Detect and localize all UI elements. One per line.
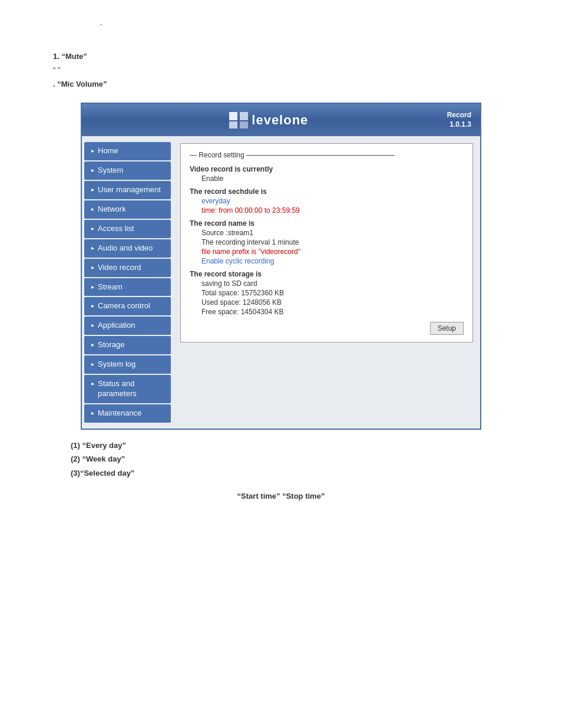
sidebar-item-2[interactable]: ▸User management	[84, 181, 171, 199]
record-source: Source :stream1	[190, 229, 464, 237]
sidebar-label-3: Network	[98, 205, 126, 215]
storage-used: Used space: 1248056 KB	[190, 298, 464, 307]
schedule-time: time: from 00:00:00 to 23:59:59	[190, 206, 464, 215]
logo-icon	[229, 112, 248, 129]
sidebar-arrow-8: ▸	[91, 302, 94, 309]
sidebar-label-13: Maintenance	[98, 409, 141, 419]
sidebar-item-11[interactable]: ▸System log	[84, 355, 171, 374]
sidebar-arrow-11: ▸	[91, 361, 94, 367]
mic-vol-label: . “Mic Volume”	[53, 77, 538, 91]
sidebar-arrow-12: ▸	[91, 380, 94, 387]
sidebar-arrow-7: ▸	[91, 284, 94, 290]
bottom-text-block: (1) “Every day” (2) “Week day” (3)“Selec…	[71, 439, 538, 480]
sidebar-arrow-5: ▸	[91, 245, 94, 251]
setup-btn-row: Setup	[190, 322, 464, 335]
svg-rect-3	[240, 121, 248, 129]
sidebar-label-1: System	[98, 166, 123, 176]
sidebar-label-6: Video record	[98, 263, 141, 273]
mute-sub: “ ”	[53, 63, 538, 77]
record-setting-title: — Record setting —————————————————————	[190, 151, 464, 159]
sidebar-arrow-13: ▸	[91, 410, 94, 416]
record-interval: The recording interval 1 minute	[190, 238, 464, 246]
header-version: Record 1.0.1.3	[447, 111, 471, 129]
sidebar-item-3[interactable]: ▸Network	[84, 200, 171, 219]
record-setting-box: — Record setting ————————————————————— V…	[180, 143, 473, 342]
sidebar-item-8[interactable]: ▸Camera control	[84, 297, 171, 315]
main-panel: levelone Record 1.0.1.3 ▸Home▸System▸Use…	[81, 103, 481, 430]
sidebar-item-1[interactable]: ▸System	[84, 162, 171, 180]
storage-total: Total space: 15752360 KB	[190, 289, 464, 297]
bottom-line3: (3)“Selected day”	[71, 466, 538, 480]
sidebar-arrow-10: ▸	[91, 341, 94, 348]
sidebar-item-4[interactable]: ▸Access list	[84, 220, 171, 238]
schedule-label: The record sechdule is	[190, 187, 464, 196]
sidebar-item-0[interactable]: ▸Home	[84, 142, 171, 160]
record-cyclic: Enable cyclic recording	[190, 257, 464, 265]
sidebar: ▸Home▸System▸User management▸Network▸Acc…	[82, 136, 173, 428]
bottom-time-text: “Start time” “Stop time”	[24, 492, 538, 500]
storage-label: The record storage is	[190, 270, 464, 278]
sidebar-label-9: Application	[98, 321, 135, 331]
sidebar-item-12[interactable]: ▸Status and parameters	[84, 375, 171, 403]
bottom-line1: (1) “Every day”	[71, 439, 538, 452]
sidebar-label-7: Stream	[98, 282, 123, 292]
record-name-label: The record name is	[190, 219, 464, 228]
sidebar-label-11: System log	[98, 360, 135, 370]
ui-body: ▸Home▸System▸User management▸Network▸Acc…	[82, 136, 480, 428]
sidebar-item-10[interactable]: ▸Storage	[84, 336, 171, 354]
sidebar-label-5: Audio and video	[98, 243, 153, 253]
sidebar-arrow-2: ▸	[91, 186, 94, 193]
tick-char: `	[29, 24, 538, 32]
sidebar-label-12: Status and parameters	[98, 379, 165, 399]
svg-rect-1	[240, 112, 248, 120]
svg-rect-0	[229, 112, 237, 120]
sidebar-item-5[interactable]: ▸Audio and video	[84, 239, 171, 258]
sidebar-item-9[interactable]: ▸Application	[84, 317, 171, 335]
logo-area: levelone	[91, 112, 447, 129]
sidebar-arrow-4: ▸	[91, 225, 94, 232]
sidebar-arrow-0: ▸	[91, 147, 94, 154]
record-prefix: file name prefix is "videorecord"	[190, 248, 464, 256]
sidebar-label-2: User management	[98, 185, 161, 195]
sidebar-label-4: Access list	[98, 224, 134, 234]
mute-label: 1. “Mute”	[53, 50, 538, 63]
storage-free: Free space: 14504304 KB	[190, 308, 464, 316]
sidebar-arrow-9: ▸	[91, 322, 94, 328]
sidebar-arrow-3: ▸	[91, 206, 94, 212]
storage-location: saving to SD card	[190, 279, 464, 288]
content-area: — Record setting ————————————————————— V…	[173, 136, 480, 428]
video-record-value: Enable	[190, 174, 464, 183]
sidebar-item-13[interactable]: ▸Maintenance	[84, 404, 171, 423]
bottom-line2: (2) “Week day”	[71, 452, 538, 466]
sidebar-item-7[interactable]: ▸Stream	[84, 278, 171, 297]
sidebar-label-10: Storage	[98, 340, 125, 350]
sidebar-item-6[interactable]: ▸Video record	[84, 259, 171, 277]
sidebar-label-8: Camera control	[98, 301, 150, 311]
logo-text: levelone	[252, 113, 308, 128]
header-bar: levelone Record 1.0.1.3	[82, 104, 480, 136]
schedule-everyday: everyday	[190, 197, 464, 205]
sidebar-arrow-1: ▸	[91, 167, 94, 173]
sidebar-arrow-6: ▸	[91, 264, 94, 271]
video-record-label: Video record is currently	[190, 165, 464, 173]
setup-button[interactable]: Setup	[430, 322, 464, 335]
svg-rect-2	[229, 121, 237, 129]
sidebar-label-0: Home	[98, 146, 118, 156]
